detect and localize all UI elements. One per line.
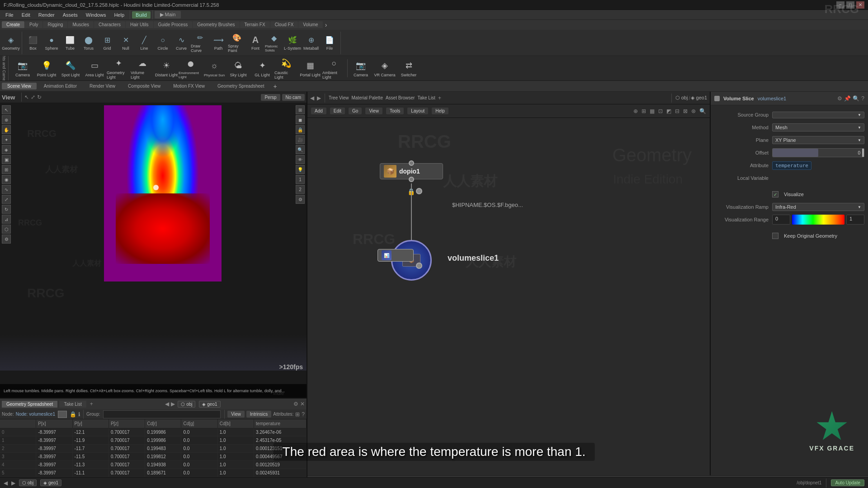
shelf-tab-hairutils[interactable]: Hair Utils bbox=[126, 21, 153, 28]
vp-tool-9[interactable]: ∿ bbox=[2, 185, 11, 194]
menu-file[interactable]: File bbox=[2, 11, 17, 19]
ng-tool-icon-1[interactable]: ⊕ bbox=[633, 108, 638, 114]
node-volumeslice1[interactable]: 📊 bbox=[377, 249, 414, 262]
node-volumeslice1-box[interactable]: 📊 bbox=[377, 249, 414, 262]
build-button[interactable]: Build bbox=[132, 11, 150, 19]
ss-col-idx[interactable] bbox=[0, 419, 36, 428]
vp-tool-1[interactable]: ↖ bbox=[2, 105, 11, 114]
ss-group-input[interactable] bbox=[103, 410, 221, 418]
bottom-geo1-button[interactable]: ◈ geo1 bbox=[40, 479, 61, 486]
breadcrumb-obj[interactable]: ⬡ obj bbox=[675, 95, 688, 101]
shelf-tab-characters[interactable]: Characters bbox=[94, 21, 125, 28]
prop-offset-slider[interactable]: 0 bbox=[772, 148, 864, 157]
material-palette-tab[interactable]: Material Palette bbox=[351, 95, 382, 100]
bottom-obj-button[interactable]: ⬡ obj bbox=[19, 479, 37, 486]
vp-rtool-10[interactable]: ⚙ bbox=[296, 195, 305, 204]
vp-tool-8[interactable]: ◉ bbox=[2, 175, 11, 184]
node-canvas[interactable]: RRCG 人人素材 RRCG 人人素材 Geometry Indie Editi… bbox=[307, 118, 710, 475]
vp-tool-4[interactable]: ✦ bbox=[2, 135, 11, 144]
ng-tool-icon-8[interactable]: ⊛ bbox=[691, 108, 696, 114]
tab-add-button[interactable]: + bbox=[273, 83, 277, 90]
spot-light-icon[interactable]: 🔦 Spot Light bbox=[59, 56, 82, 80]
shelf-more-button[interactable]: › bbox=[325, 21, 327, 28]
prop-plane-dropdown[interactable]: XY Plane ▼ bbox=[772, 136, 864, 144]
vp-select-icon[interactable]: ↖ bbox=[24, 94, 29, 100]
maximize-button[interactable]: □ bbox=[846, 1, 854, 9]
main-button[interactable]: ▶ Main bbox=[155, 11, 181, 19]
ss-col-cdg[interactable]: Cd[g] bbox=[181, 419, 217, 428]
tab-render-view[interactable]: Render View bbox=[84, 83, 121, 89]
shelf-circle-icon[interactable]: ○ Circle bbox=[154, 32, 172, 54]
shelf-grid-icon[interactable]: ⊞ Grid bbox=[98, 32, 116, 54]
shelf-font-icon[interactable]: A Font bbox=[246, 32, 264, 54]
shelf-geometry-icon[interactable]: ◈ Geometry bbox=[2, 32, 20, 54]
shelf-spray-icon[interactable]: 🎨 Spray Paint bbox=[228, 32, 246, 54]
ss-col-cdb[interactable]: Cd[b] bbox=[218, 419, 254, 428]
menu-windows[interactable]: Windows bbox=[82, 11, 110, 19]
shelf-tab-cloud[interactable]: Cloud FX bbox=[270, 21, 298, 28]
tab-scene-view[interactable]: Scene View bbox=[2, 83, 37, 89]
shelf-drawcurve-icon[interactable]: ✏ Draw Curve bbox=[191, 32, 209, 54]
shelf-line-icon[interactable]: ╱ Line bbox=[135, 32, 153, 54]
menu-assets[interactable]: Assets bbox=[59, 11, 81, 19]
shelf-tube-icon[interactable]: ⬜ Tube bbox=[61, 32, 79, 54]
gl-light-icon[interactable]: ✦ GL Light bbox=[250, 56, 274, 80]
dopio-flag-connector[interactable] bbox=[416, 188, 422, 194]
ng-view-button[interactable]: View bbox=[365, 108, 382, 114]
ss-node-info-icon[interactable]: ℹ bbox=[78, 411, 80, 418]
ng-tool-icon-5[interactable]: ◩ bbox=[666, 108, 671, 114]
portal-light-icon[interactable]: ▦ Portal Light bbox=[298, 56, 322, 80]
vp-move-icon[interactable]: ⤢ bbox=[31, 94, 35, 100]
node-dopio1-in-connector[interactable] bbox=[409, 160, 414, 166]
bottom-back-icon[interactable]: ◀ bbox=[4, 480, 8, 486]
ss-col-temp[interactable]: temperature bbox=[254, 419, 307, 428]
ss-forward-icon[interactable]: ▶ bbox=[171, 401, 175, 407]
vp-rtool-2[interactable]: ◼ bbox=[296, 115, 305, 124]
vp-tool-2[interactable]: ⊕ bbox=[2, 115, 11, 124]
ss-node-icon[interactable] bbox=[58, 411, 67, 418]
vp-tool-10[interactable]: ⤢ bbox=[2, 195, 11, 204]
caustic-light-icon[interactable]: 💫 Caustic Light bbox=[274, 56, 298, 80]
props-pin-icon[interactable]: 📌 bbox=[844, 95, 851, 102]
volume-light-icon[interactable]: ☁ Volume Light bbox=[131, 56, 154, 80]
ss-back-icon[interactable]: ◀ bbox=[165, 401, 169, 407]
ss-col-cdr[interactable]: Cd[r] bbox=[145, 419, 181, 428]
ng-tool-icon-4[interactable]: ⊡ bbox=[658, 108, 663, 114]
menu-help[interactable]: Help bbox=[110, 11, 128, 19]
ss-view-button[interactable]: View bbox=[227, 411, 245, 418]
ss-tab-geometry[interactable]: Geometry Spreadsheet bbox=[2, 401, 57, 408]
volumeslice1-flag-connector[interactable] bbox=[416, 263, 422, 269]
shelf-tab-volume[interactable]: Volume bbox=[298, 21, 322, 28]
ss-intrinsics-button[interactable]: Intrinsics bbox=[246, 411, 271, 418]
ng-tool-icon-3[interactable]: ▦ bbox=[650, 108, 655, 114]
vp-tool-6[interactable]: ▣ bbox=[2, 155, 11, 164]
ng-help-button[interactable]: Help bbox=[432, 108, 448, 114]
tab-geo-spreadsheet[interactable]: Geometry Spreadsheet bbox=[212, 83, 269, 89]
ss-filter-icon[interactable]: ⊞ bbox=[295, 411, 300, 418]
ng-tool-icon-2[interactable]: ⊞ bbox=[642, 108, 646, 114]
geometry-light-icon[interactable]: ✦ Geometry Light bbox=[107, 56, 130, 80]
ng-tool-icon-9[interactable]: 🔍 bbox=[699, 108, 706, 114]
node-nav-back-icon[interactable]: ◀ bbox=[310, 95, 314, 101]
shelf-torus-icon[interactable]: ⬤ Torus bbox=[80, 32, 98, 54]
prop-source-group-input[interactable]: ▼ bbox=[772, 112, 864, 118]
shelf-path-icon[interactable]: ⟿ Path bbox=[209, 32, 227, 54]
ss-help-icon[interactable]: ? bbox=[302, 411, 305, 418]
vp-rtool-9[interactable]: 2 bbox=[296, 185, 305, 194]
ng-tool-icon-6[interactable]: ⊟ bbox=[675, 108, 679, 114]
menu-edit[interactable]: Edit bbox=[18, 11, 34, 19]
shelf-tab-rigging[interactable]: Rigging bbox=[43, 21, 67, 28]
ss-node-lock-icon[interactable]: 🔒 bbox=[70, 411, 76, 418]
vp-rtool-1[interactable]: ⊞ bbox=[296, 105, 305, 114]
node-nav-forward-icon[interactable]: ▶ bbox=[317, 95, 321, 101]
ng-layout-button[interactable]: Layout bbox=[407, 108, 428, 114]
ss-col-py[interactable]: P[y] bbox=[73, 419, 109, 428]
vp-tool-11[interactable]: ↻ bbox=[2, 205, 11, 214]
prop-vis-range-min[interactable]: 0 bbox=[772, 215, 790, 225]
physical-sun-icon[interactable]: ☼ Physical Sun bbox=[203, 56, 226, 80]
vp-rtool-3[interactable]: 🔒 bbox=[296, 125, 305, 134]
ambient-light-icon[interactable]: ○ Ambient Light bbox=[322, 56, 346, 80]
ng-tool-icon-7[interactable]: ⊠ bbox=[683, 108, 688, 114]
ss-geo1-button[interactable]: ◈ geo1 bbox=[199, 401, 220, 408]
prop-keep-geo-checkbox[interactable] bbox=[772, 233, 778, 239]
